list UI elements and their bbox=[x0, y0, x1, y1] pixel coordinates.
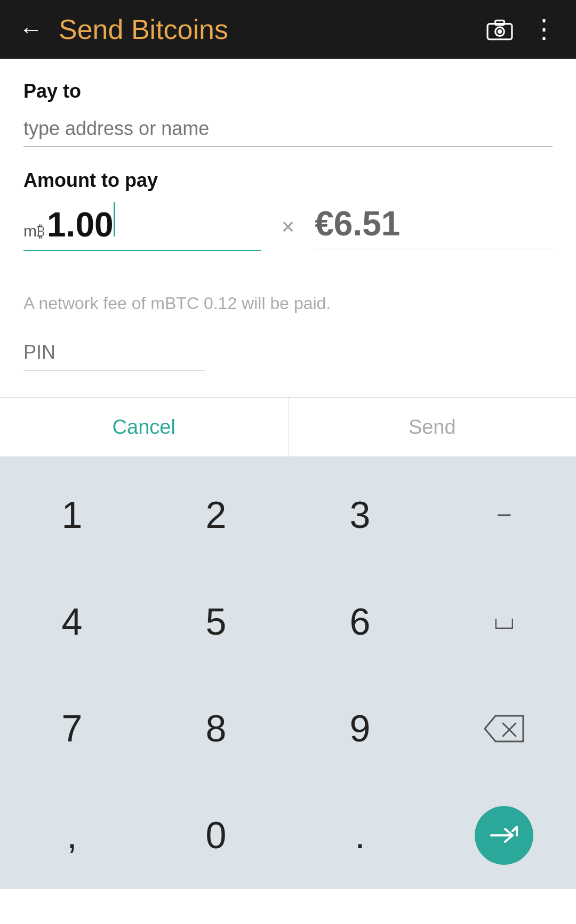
key-dot[interactable]: . bbox=[288, 782, 432, 889]
key-7[interactable]: 7 bbox=[0, 675, 144, 782]
key-1[interactable]: 1 bbox=[0, 462, 144, 568]
cursor-line bbox=[114, 202, 115, 236]
eur-value: €6.51 bbox=[315, 204, 400, 243]
key-comma[interactable]: , bbox=[0, 782, 144, 889]
camera-icon[interactable] bbox=[484, 14, 515, 45]
back-button[interactable]: ← bbox=[19, 18, 43, 41]
key-minus[interactable]: − bbox=[432, 462, 576, 568]
key-0[interactable]: 0 bbox=[144, 782, 288, 889]
keyboard: 1 2 3 − 4 5 6 ⌴ 7 8 9 , 0 . bbox=[0, 456, 576, 889]
pin-input[interactable] bbox=[23, 335, 205, 370]
amount-label: Amount to pay bbox=[23, 169, 553, 192]
svg-point-3 bbox=[498, 29, 502, 34]
eur-prefix: € bbox=[315, 204, 334, 243]
key-space[interactable]: ⌴ bbox=[432, 568, 576, 675]
more-options-icon[interactable]: ⋮ bbox=[531, 17, 557, 42]
clear-button[interactable]: × bbox=[276, 214, 300, 240]
btc-amount-wrapper: m₿ 1.00 bbox=[23, 202, 261, 251]
key-4[interactable]: 4 bbox=[0, 568, 144, 675]
btc-value[interactable]: 1.00 bbox=[47, 205, 114, 244]
keyboard-row-1: 1 2 3 − bbox=[0, 462, 576, 568]
key-8[interactable]: 8 bbox=[144, 675, 288, 782]
header: ← Send Bitcoins ⋮ bbox=[0, 0, 576, 59]
keyboard-row-3: 7 8 9 bbox=[0, 675, 576, 782]
key-2[interactable]: 2 bbox=[144, 462, 288, 568]
key-9[interactable]: 9 bbox=[288, 675, 432, 782]
mbtc-prefix: m₿ bbox=[23, 222, 45, 240]
cancel-button[interactable]: Cancel bbox=[0, 398, 289, 456]
key-enter[interactable] bbox=[432, 782, 576, 889]
key-backspace[interactable] bbox=[432, 675, 576, 782]
send-button[interactable]: Send bbox=[289, 398, 577, 456]
pay-to-input[interactable] bbox=[23, 111, 553, 147]
page-title: Send Bitcoins bbox=[59, 13, 468, 45]
network-fee-text: A network fee of mBTC 0.12 will be paid. bbox=[23, 294, 553, 313]
form-area: Pay to Amount to pay m₿ 1.00 × €6.51 A n… bbox=[0, 59, 576, 370]
eur-amount-wrapper: €6.51 bbox=[315, 204, 553, 249]
eur-amount: 6.51 bbox=[334, 204, 401, 243]
key-6[interactable]: 6 bbox=[288, 568, 432, 675]
key-5[interactable]: 5 bbox=[144, 568, 288, 675]
keyboard-row-4: , 0 . bbox=[0, 782, 576, 889]
key-3[interactable]: 3 bbox=[288, 462, 432, 568]
keyboard-row-2: 4 5 6 ⌴ bbox=[0, 568, 576, 675]
pay-to-label: Pay to bbox=[23, 80, 553, 102]
action-row: Cancel Send bbox=[0, 398, 576, 456]
enter-button-circle bbox=[475, 806, 533, 865]
amount-row: m₿ 1.00 × €6.51 bbox=[23, 202, 553, 251]
svg-rect-2 bbox=[495, 20, 505, 25]
